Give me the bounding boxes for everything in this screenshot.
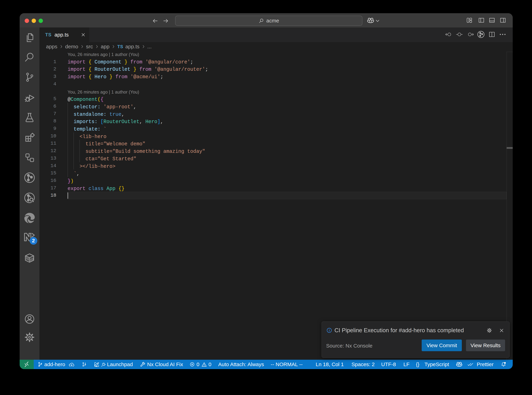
svg-text:2: 2 bbox=[32, 238, 35, 243]
